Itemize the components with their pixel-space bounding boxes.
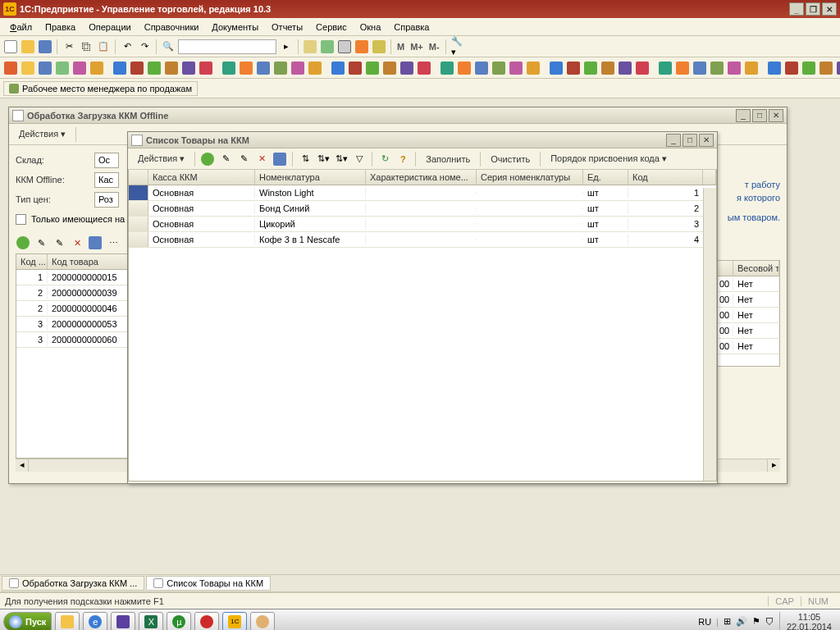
settings-icon[interactable]: 🔧▾ [450,39,465,54]
fg-maximize-button[interactable]: □ [682,134,697,147]
fg-actions-dropdown[interactable]: Действия ▾ [133,152,189,166]
tb2-icon-40[interactable] [727,61,742,75]
table-row[interactable]: 00Нет [715,308,779,323]
tb2-icon-30[interactable] [549,61,564,75]
tb2-icon-10[interactable] [181,61,196,75]
table-row[interactable]: 00Нет [715,339,779,354]
tb2-icon-4[interactable] [72,61,87,75]
undo-icon[interactable]: ↶ [120,39,135,54]
menu-windows[interactable]: Окна [355,21,386,34]
table-row[interactable]: 00Нет [715,276,779,292]
tray-icon-1[interactable]: ⚑ [752,616,760,627]
task-explorer[interactable] [55,612,80,631]
fg-refresh-icon[interactable]: ↻ [377,152,392,167]
bg-maximize-button[interactable]: □ [752,109,767,122]
input-sklad[interactable] [94,153,119,168]
start-button[interactable]: Пуск [3,612,52,631]
tb2-icon-29[interactable] [526,61,541,75]
bg-grid-right[interactable]: Весовой т 00Нет00Нет00Нет00Нет00Нет [714,260,780,367]
tb2-icon-3[interactable] [55,61,70,75]
tb2-icon-12[interactable] [221,61,236,75]
tb2-icon-22[interactable] [399,61,414,75]
close-button[interactable]: ✕ [822,2,837,16]
table-row[interactable]: ОсновнаяWinston Lightшт1 [129,185,716,201]
save-icon[interactable] [38,39,52,54]
fg-moveup-icon[interactable]: ⇅ [298,152,313,167]
fg-save-icon[interactable] [272,152,287,167]
bg-actions-dropdown[interactable]: Действия ▾ [14,127,71,141]
redo-icon[interactable]: ↷ [137,39,152,54]
tab-kkm-offline[interactable]: Обработка Загрузка ККМ ... [2,576,144,591]
tab-goods-list[interactable]: Список Товары на ККМ [146,576,271,591]
fg-filter1-icon[interactable]: ⇅▾ [316,152,331,167]
tb2-icon-5[interactable] [89,61,104,75]
tb2-icon-31[interactable] [566,61,581,75]
task-excel[interactable]: X [139,612,163,631]
task-paint[interactable] [250,612,275,631]
table-row[interactable]: 32000000000053 [16,317,130,332]
add-icon[interactable] [16,235,30,250]
calendar-icon[interactable] [354,39,369,54]
task-ie[interactable]: e [83,612,107,631]
table-row[interactable]: 22000000000039 [16,285,130,301]
tray-clock[interactable]: 11:05 22.01.2014 [779,612,832,631]
tray-lang[interactable]: RU [698,617,711,627]
bg-close-button[interactable]: ✕ [769,109,783,122]
col-vesovoy[interactable]: Весовой т [733,261,779,276]
tb2-icon-38[interactable] [692,61,707,75]
menu-edit[interactable]: Правка [40,21,80,34]
delete-icon[interactable]: ✕ [70,235,84,250]
tb2-icon-16[interactable] [290,61,305,75]
table-row[interactable]: ОсновнаяКофе 3 в 1 Nescafeшт4 [129,232,716,248]
fg-minimize-button[interactable]: _ [666,134,681,147]
tb-icon-c[interactable] [372,39,386,54]
memory-m[interactable]: M [395,42,406,52]
task-opera[interactable] [194,612,219,631]
tb2-icon-20[interactable] [365,61,380,75]
tb2-icon-26[interactable] [474,61,489,75]
checkbox-only-available[interactable] [16,214,26,225]
manager-workplace-button[interactable]: Рабочее место менеджера по продажам [3,81,198,96]
tb2-icon-14[interactable] [256,61,271,75]
col-r1[interactable] [715,261,733,276]
fg-col-seria[interactable]: Серия номенклатуры [477,170,583,185]
tb2-icon-18[interactable] [331,61,345,75]
fg-grid[interactable]: Касса ККМ Номенклатура Характеристика но… [128,170,717,482]
fg-edit-icon[interactable]: ✎ [218,152,233,167]
tb2-icon-37[interactable] [675,61,690,75]
fg-col-marker[interactable] [129,170,148,185]
fg-code-order-button[interactable]: Порядок присвоения кода ▾ [546,152,672,166]
copy-icon[interactable]: ⿻ [79,39,94,54]
tray-network-icon[interactable]: ⊞ [724,616,731,627]
tb2-icon-33[interactable] [600,61,615,75]
tb2-icon-27[interactable] [491,61,506,75]
fg-vscroll[interactable] [703,188,716,481]
table-row[interactable]: ОсновнаяЦикорийшт3 [129,217,716,232]
tb2-icon-21[interactable] [382,61,397,75]
fg-fill-button[interactable]: Заполнить [421,153,475,166]
bg-minimize-button[interactable]: _ [736,109,751,122]
search-icon[interactable]: 🔍 [161,39,176,54]
copy-row-icon[interactable]: ✎ [52,235,66,250]
fg-funnel-icon[interactable]: ▽ [352,152,367,167]
table-row[interactable]: 22000000000046 [16,301,130,317]
cut-icon[interactable]: ✂ [62,39,76,54]
search-input[interactable] [178,39,276,54]
task-utorrent[interactable]: µ [167,612,191,631]
more-icon[interactable]: ⋯ [106,235,121,250]
open-icon[interactable] [21,39,35,54]
tb2-icon-2[interactable] [38,61,52,75]
fg-col-kod[interactable]: Код [628,170,703,185]
tb2-icon-41[interactable] [744,61,759,75]
menu-help[interactable]: Справка [389,21,434,34]
tb2-icon-19[interactable] [348,61,363,75]
menu-reports[interactable]: Отчеты [267,21,308,34]
tb2-icon-7[interactable] [130,61,144,75]
tb2-icon-43[interactable] [784,61,799,75]
window-kkm-titlebar[interactable]: Обработка Загрузка ККМ Offline _ □ ✕ [9,107,787,124]
menu-references[interactable]: Справочники [139,21,204,34]
tb2-icon-13[interactable] [239,61,253,75]
tb2-icon-15[interactable] [273,61,288,75]
fg-col-kassa[interactable]: Касса ККМ [148,170,255,185]
search-go-icon[interactable]: ▸ [279,39,294,54]
